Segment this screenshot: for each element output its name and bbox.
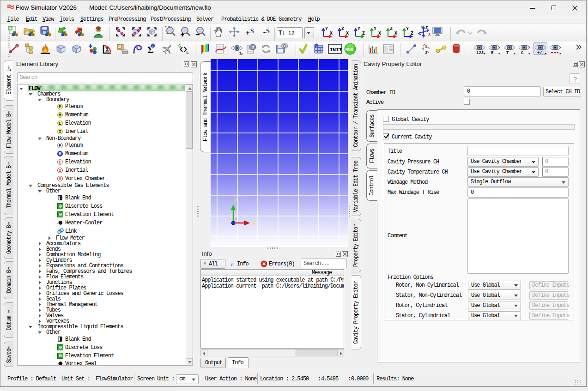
svg-text:+/-: +/- xyxy=(537,51,545,55)
svg-text:Z: Z xyxy=(390,26,393,31)
svg-text:Z: Z xyxy=(425,26,428,30)
svg-text:Z: Z xyxy=(341,26,344,31)
svg-text:Y: Y xyxy=(325,26,328,31)
svg-text:X: X xyxy=(378,31,381,36)
svg-text:RUN: RUN xyxy=(346,47,353,52)
svg-text:3: 3 xyxy=(425,51,427,54)
svg-text:Y: Y xyxy=(374,26,376,31)
svg-text:1: 1 xyxy=(422,47,424,52)
svg-text:123: 123 xyxy=(476,51,484,55)
svg-text:Y: Y xyxy=(358,26,360,31)
svg-text:1: 1 xyxy=(239,51,242,55)
svg-text:Y: Y xyxy=(406,26,409,31)
svg-text:D: D xyxy=(59,354,61,358)
svg-text:X: X xyxy=(330,31,333,36)
svg-text:L: L xyxy=(186,50,189,54)
svg-text:C: C xyxy=(521,51,524,55)
svg-text:+: + xyxy=(246,29,250,36)
svg-text:S: S xyxy=(266,28,270,35)
svg-text:S: S xyxy=(250,28,254,35)
svg-text:Z: Z xyxy=(411,31,413,36)
svg-text:X: X xyxy=(346,31,349,36)
svg-text:D: D xyxy=(59,213,61,217)
svg-text:D: D xyxy=(59,346,61,349)
svg-text:D: D xyxy=(59,205,61,208)
svg-text:T: T xyxy=(506,51,509,55)
svg-text:Z: Z xyxy=(362,31,365,36)
svg-text:G: G xyxy=(178,44,181,49)
svg-text:-: - xyxy=(262,29,266,36)
svg-text:2: 2 xyxy=(425,44,427,49)
svg-text:E: E xyxy=(491,51,494,55)
svg-text:X: X xyxy=(394,31,397,36)
svg-text:INIT: INIT xyxy=(330,47,342,53)
svg-text:X: X xyxy=(428,32,430,37)
